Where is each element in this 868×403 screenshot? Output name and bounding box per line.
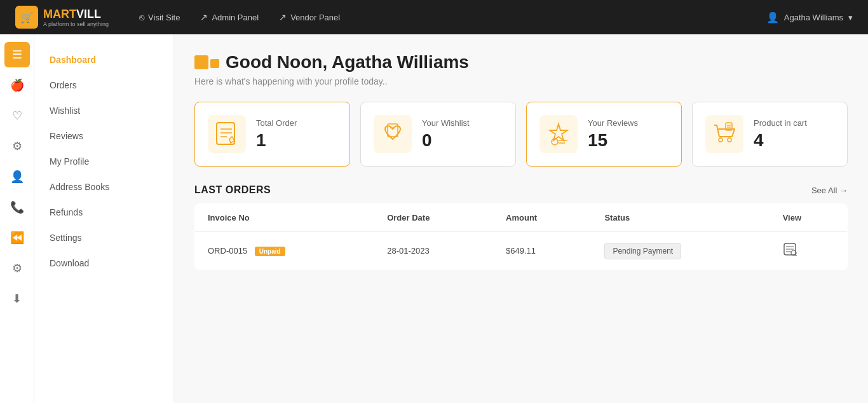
- table-row: ORD-0015 Unpaid 28-01-2023 $649.11 Pendi…: [195, 232, 848, 270]
- greeting-icon: [194, 55, 219, 69]
- body-layout: ☰ 🍎 ♡ ⚙ 👤 📞 ⏪ ⚙ ⬇ Dashboard Orders Wishl…: [0, 34, 868, 403]
- last-orders-title: LAST ORDERS: [194, 184, 271, 196]
- visit-site-label: Visit Site: [148, 13, 180, 22]
- user-menu[interactable]: 👤 Agatha Williams ▾: [766, 11, 853, 24]
- reviews-value: 15: [588, 130, 668, 151]
- stat-info-reviews: Your Reviews 15: [588, 118, 668, 151]
- icon-sidebar-back[interactable]: ⏪: [4, 225, 30, 250]
- status-badge: Pending Payment: [604, 243, 681, 259]
- cell-date: 28-01-2023: [374, 232, 493, 270]
- greeting-text: Good Noon, Agatha Williams: [226, 52, 469, 72]
- reviews-label: Your Reviews: [588, 118, 668, 128]
- sidebar-item-download[interactable]: Download: [34, 250, 173, 276]
- orders-table: Invoice No Order Date Amount Status View…: [194, 203, 848, 270]
- user-name: Agatha Williams: [784, 13, 843, 22]
- total-order-icon: [208, 115, 246, 153]
- greeting-square-large: [194, 55, 208, 69]
- unpaid-badge: Unpaid: [255, 247, 285, 256]
- icon-sidebar-person[interactable]: 👤: [4, 164, 30, 189]
- chevron-down-icon: ▾: [848, 13, 853, 22]
- brand-name-part1: MART: [43, 8, 76, 20]
- invoice-number: ORD-0015: [208, 246, 247, 256]
- icon-sidebar-download[interactable]: ⬇: [4, 286, 30, 311]
- cell-amount: $649.11: [493, 232, 592, 270]
- cell-invoice: ORD-0015 Unpaid: [195, 232, 375, 270]
- last-orders-header: LAST ORDERS See All →: [194, 184, 848, 196]
- vendor-panel-label: Vendor Panel: [290, 13, 340, 22]
- total-order-label: Total Order: [256, 118, 337, 128]
- table-body: ORD-0015 Unpaid 28-01-2023 $649.11 Pendi…: [195, 232, 848, 270]
- icon-sidebar-menu[interactable]: ☰: [4, 42, 30, 67]
- user-icon: 👤: [766, 11, 779, 24]
- logo-icon: 🛒: [15, 6, 38, 29]
- stat-info-total-order: Total Order 1: [256, 118, 337, 151]
- wishlist-label: Your Wishlist: [422, 118, 503, 128]
- brand-tagline: A platform to sell anything: [43, 21, 109, 27]
- brand-name: MARTVILL: [43, 8, 101, 20]
- wishlist-icon: [374, 115, 412, 153]
- col-amount: Amount: [493, 204, 592, 232]
- greeting-subtitle: Here is what's happening with your profi…: [194, 76, 848, 86]
- top-navigation: 🛒 MARTVILL A platform to sell anything ⎋…: [0, 0, 868, 34]
- svg-line-20: [795, 255, 797, 257]
- greeting-title: Good Noon, Agatha Williams: [194, 52, 848, 72]
- svg-marker-6: [550, 124, 567, 140]
- visit-site-icon: ⎋: [139, 12, 144, 22]
- sidebar-item-address-books[interactable]: Address Books: [34, 174, 173, 200]
- stat-info-wishlist: Your Wishlist 0: [422, 118, 503, 151]
- icon-sidebar-heart[interactable]: ♡: [4, 103, 30, 128]
- nav-links: ⎋ Visit Site ↗ Admin Panel ↗ Vendor Pane…: [139, 12, 766, 22]
- main-sidebar: Dashboard Orders Wishlist Reviews My Pro…: [34, 34, 174, 403]
- wishlist-value: 0: [422, 130, 503, 151]
- cart-value: 4: [754, 130, 834, 151]
- stat-card-total-order: Total Order 1: [194, 102, 350, 167]
- sidebar-item-wishlist[interactable]: Wishlist: [34, 98, 173, 123]
- svg-rect-0: [217, 123, 234, 144]
- icon-sidebar-settings2[interactable]: ⚙: [4, 256, 30, 281]
- sidebar-item-my-profile[interactable]: My Profile: [34, 149, 173, 174]
- total-order-value: 1: [256, 130, 337, 151]
- stat-card-wishlist: Your Wishlist 0: [360, 102, 516, 167]
- admin-panel-icon: ↗: [200, 12, 208, 22]
- sidebar-item-dashboard[interactable]: Dashboard: [34, 47, 173, 72]
- icon-sidebar: ☰ 🍎 ♡ ⚙ 👤 📞 ⏪ ⚙ ⬇: [0, 34, 34, 403]
- stat-info-cart: Product in cart 4: [754, 118, 834, 151]
- cell-status: Pending Payment: [592, 232, 770, 270]
- icon-sidebar-phone[interactable]: 📞: [4, 195, 30, 220]
- vendor-panel-icon: ↗: [279, 12, 287, 22]
- icon-sidebar-gear[interactable]: ⚙: [4, 133, 30, 159]
- see-all-button[interactable]: See All →: [811, 186, 848, 195]
- stat-card-reviews: Your Reviews 15: [526, 102, 682, 167]
- table-header: Invoice No Order Date Amount Status View: [195, 204, 848, 232]
- stat-card-cart: Product in cart 4: [692, 102, 848, 167]
- admin-panel-label: Admin Panel: [212, 13, 259, 22]
- reviews-icon: [539, 115, 578, 153]
- cart-label: Product in cart: [754, 118, 834, 128]
- col-date: Order Date: [374, 204, 493, 232]
- col-status: Status: [592, 204, 770, 232]
- svg-point-10: [719, 138, 722, 142]
- greeting-section: Good Noon, Agatha Williams Here is what'…: [194, 52, 848, 86]
- col-view: View: [770, 204, 848, 232]
- sidebar-item-refunds[interactable]: Refunds: [34, 200, 173, 225]
- col-invoice: Invoice No: [195, 204, 375, 232]
- view-icon[interactable]: [783, 246, 797, 259]
- nav-vendor-panel[interactable]: ↗ Vendor Panel: [279, 12, 340, 22]
- sidebar-item-settings[interactable]: Settings: [34, 225, 173, 250]
- greeting-square-small: [210, 59, 219, 68]
- nav-visit-site[interactable]: ⎋ Visit Site: [139, 12, 180, 22]
- icon-sidebar-apple[interactable]: 🍎: [4, 72, 30, 98]
- svg-point-11: [728, 138, 731, 142]
- brand-name-part2: VILL: [76, 8, 101, 20]
- main-content: Good Noon, Agatha Williams Here is what'…: [174, 34, 868, 403]
- nav-admin-panel[interactable]: ↗ Admin Panel: [200, 12, 259, 22]
- logo[interactable]: 🛒 MARTVILL A platform to sell anything: [15, 6, 109, 29]
- sidebar-item-reviews[interactable]: Reviews: [34, 123, 173, 149]
- cart-icon: [705, 115, 743, 153]
- stats-row: Total Order 1 Your Wishlist 0: [194, 102, 848, 167]
- sidebar-item-orders[interactable]: Orders: [34, 72, 173, 98]
- cell-view[interactable]: [770, 232, 848, 270]
